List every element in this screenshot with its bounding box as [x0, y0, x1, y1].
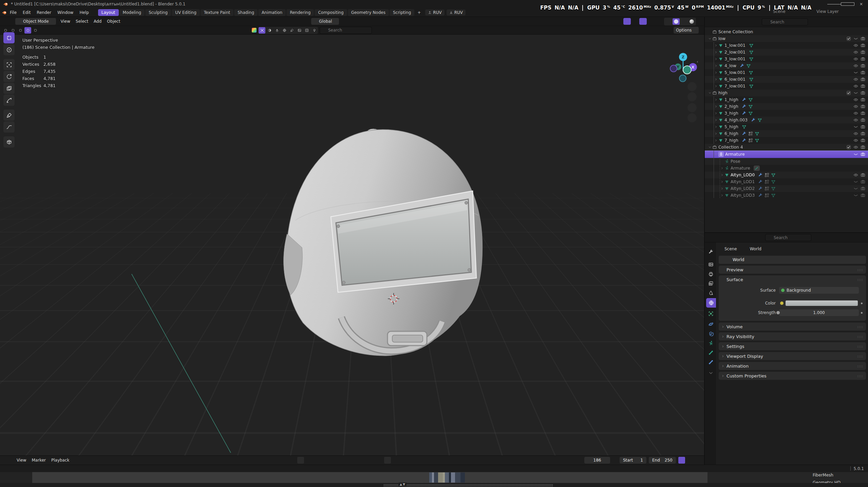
- drag-dots[interactable]: ::::: [857, 364, 863, 368]
- panel-custom-properties[interactable]: Custom Properties::::: [719, 372, 866, 380]
- camera-icon[interactable]: [861, 173, 865, 177]
- current-frame-field[interactable]: 186: [584, 457, 610, 464]
- drag-dots[interactable]: ::::: [857, 354, 863, 358]
- outliner-row-collection-4[interactable]: Collection 4: [705, 144, 868, 151]
- camera-icon[interactable]: [861, 186, 865, 191]
- camera-icon[interactable]: [861, 193, 865, 198]
- menu-file[interactable]: File: [7, 10, 20, 15]
- outliner-row-3-low-001[interactable]: 3_low:001: [705, 56, 868, 62]
- camera-icon[interactable]: [861, 131, 865, 136]
- checkbox-icon[interactable]: [846, 145, 851, 150]
- close-icon[interactable]: [859, 257, 864, 262]
- eyeclosed-icon[interactable]: [853, 186, 858, 191]
- camera-icon[interactable]: [861, 63, 865, 68]
- viewport-menu-add[interactable]: Add: [91, 19, 104, 24]
- drag-dots[interactable]: ::::: [857, 335, 863, 338]
- ruv-button-down[interactable]: RUV: [447, 9, 466, 16]
- eye-icon[interactable]: [853, 111, 858, 116]
- menu-window[interactable]: Window: [54, 10, 76, 15]
- camera-icon[interactable]: [861, 77, 865, 82]
- properties-tab-boneconstraint[interactable]: [705, 358, 716, 367]
- properties-tab-overflow[interactable]: [705, 369, 716, 377]
- mode-selector[interactable]: Object Mode: [15, 18, 56, 25]
- outliner-row-2-low-001[interactable]: 2_low:001: [705, 49, 868, 56]
- tool-box-select[interactable]: [3, 32, 15, 43]
- tool-cursor[interactable]: [3, 44, 15, 55]
- play-button[interactable]: [335, 457, 342, 464]
- filter-texture-button[interactable]: [303, 27, 310, 34]
- drag-dots[interactable]: ::::: [857, 345, 863, 348]
- chevron-down-icon[interactable]: [447, 29, 450, 32]
- outliner-row-5-high[interactable]: 5_high: [705, 123, 868, 130]
- panel-viewport-display[interactable]: Viewport Display::::: [719, 352, 866, 360]
- eye-icon[interactable]: [853, 173, 858, 177]
- camera-icon[interactable]: [861, 111, 865, 116]
- prev-keyframe-button[interactable]: [320, 457, 327, 464]
- keying-set-button[interactable]: [384, 457, 391, 464]
- workspace-tab-geometry-nodes[interactable]: Geometry Nodes: [348, 9, 389, 16]
- start-frame-field[interactable]: Start1: [620, 457, 646, 464]
- color-field[interactable]: [779, 300, 859, 307]
- filter-object-button[interactable]: [259, 27, 265, 34]
- play-reverse-button[interactable]: [327, 457, 334, 464]
- new-collection-icon[interactable]: [858, 20, 863, 24]
- eye-icon[interactable]: [853, 43, 858, 48]
- panel-ray-visibility[interactable]: Ray Visibility::::: [719, 332, 866, 340]
- camera-icon[interactable]: [861, 70, 865, 75]
- properties-tab-tool[interactable]: [705, 248, 716, 256]
- outliner-row-2-high[interactable]: 2_high: [705, 103, 868, 110]
- eyeclosed-icon[interactable]: [853, 124, 858, 129]
- frame-forward-button[interactable]: [369, 457, 376, 464]
- gizmo-x-label[interactable]: X: [692, 65, 695, 70]
- outliner-row-armature[interactable]: Armature: [705, 165, 868, 172]
- filter-shading-button[interactable]: [266, 27, 273, 34]
- outliner-row-4-high-003[interactable]: 4_high.003: [705, 117, 868, 123]
- workspace-tab-animation[interactable]: Animation: [258, 9, 286, 16]
- properties-tab-object[interactable]: [705, 309, 716, 318]
- chevron-down-icon[interactable]: [687, 459, 691, 462]
- chevron-down-icon[interactable]: [247, 29, 250, 32]
- workspace-tab-scripting[interactable]: Scripting: [390, 9, 414, 16]
- outliner-row-altyn-lod2[interactable]: Altyn_LOD2: [705, 185, 868, 192]
- minimize-button[interactable]: [827, 0, 841, 8]
- tool-measure[interactable]: [3, 121, 15, 133]
- sidebar-collapse-arrow[interactable]: ‹: [697, 59, 698, 64]
- chevron-down-icon[interactable]: [376, 459, 379, 462]
- editor-type-button[interactable]: [2, 18, 13, 25]
- camera-icon[interactable]: [861, 152, 865, 157]
- maximize-button[interactable]: [841, 0, 854, 8]
- workspace-tab-compositing[interactable]: Compositing: [315, 9, 347, 16]
- properties-tab-data[interactable]: [705, 339, 716, 348]
- ruv-button-up[interactable]: RUV: [425, 9, 444, 16]
- outliner-row-altyn-lod0[interactable]: Altyn_LOD0: [705, 172, 868, 178]
- camera-icon[interactable]: [861, 43, 865, 48]
- add-workspace-button[interactable]: +: [415, 9, 423, 16]
- properties-tab-viewlayer[interactable]: [705, 279, 716, 288]
- select-mode-button-3[interactable]: [17, 27, 24, 34]
- drag-dots[interactable]: ::::: [857, 278, 863, 281]
- end-frame-field[interactable]: End250: [649, 457, 676, 464]
- eye-icon[interactable]: [853, 138, 858, 143]
- workspace-tab-shading[interactable]: Shading: [234, 9, 258, 16]
- xray-toggle[interactable]: [655, 18, 663, 25]
- camera-view-button[interactable]: [687, 103, 697, 112]
- eye-icon[interactable]: [853, 118, 858, 122]
- properties-editor-type[interactable]: [707, 234, 719, 241]
- chevron-down-icon[interactable]: [392, 459, 395, 462]
- camera-icon[interactable]: [861, 57, 865, 61]
- snapping-button[interactable]: [354, 18, 365, 25]
- viewport-menu-object[interactable]: Object: [104, 19, 123, 24]
- shading-solid-button[interactable]: [673, 18, 680, 25]
- tool-scale[interactable]: [3, 83, 15, 94]
- outliner-row-armature[interactable]: Armature: [705, 151, 868, 158]
- show-gizmo-button[interactable]: [623, 18, 631, 25]
- chevron-down-icon[interactable]: [305, 459, 308, 462]
- filter-image-button[interactable]: [296, 27, 303, 34]
- workspace-tab-layout[interactable]: Layout: [98, 9, 119, 16]
- orthographic-button[interactable]: [687, 113, 697, 122]
- keyframe-dot[interactable]: [861, 312, 863, 314]
- view-layer-selector[interactable]: View Layer: [811, 9, 844, 14]
- viewport-3d[interactable]: Object Mode ViewSelectAddObject Global: [0, 17, 704, 455]
- camera-icon[interactable]: [861, 124, 865, 129]
- tool-annotate[interactable]: [3, 110, 15, 121]
